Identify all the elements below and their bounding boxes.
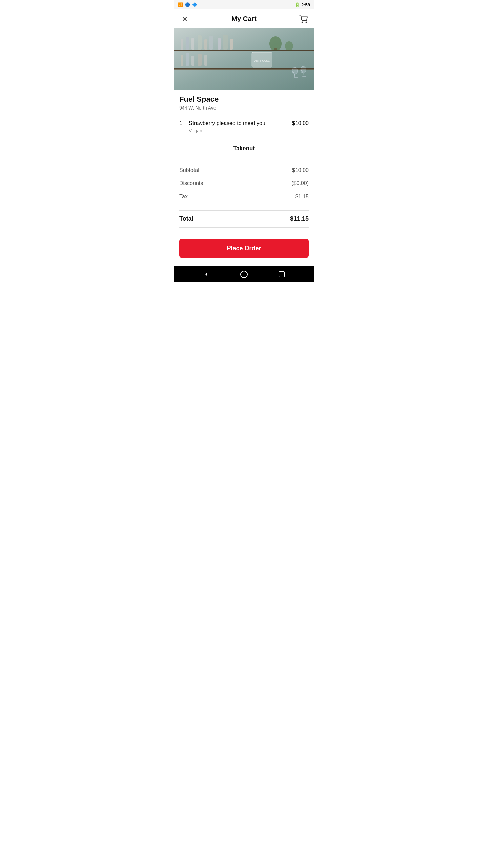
cart-item-details: 1 Strawberry pleased to meet you [179,120,292,126]
restaurant-card: Fuel Space 944 W. North Ave [174,90,314,115]
svg-rect-4 [174,28,314,90]
recents-button[interactable] [276,268,288,280]
close-icon [181,16,188,22]
svg-rect-22 [198,54,202,66]
discounts-value: ($0.00) [291,180,309,186]
status-bar: 📶 🔵 🔷 🔋 2:58 [174,0,314,9]
restaurant-image: ART HOUSE [174,28,314,90]
svg-rect-10 [198,35,202,50]
svg-point-29 [241,271,247,278]
tax-row: Tax $1.15 [179,190,309,203]
place-order-button[interactable]: Place Order [179,239,309,258]
time-display: 2:58 [301,2,310,7]
svg-rect-11 [204,39,207,50]
svg-rect-19 [181,55,183,66]
item-name: Strawberry pleased to meet you [189,120,292,126]
svg-rect-14 [223,35,228,50]
order-type-section: Takeout [174,139,314,158]
close-button[interactable] [179,14,190,24]
header-title: My Cart [190,15,298,23]
restaurant-address: 944 W. North Ave [179,105,309,111]
svg-rect-15 [230,39,233,50]
item-price: $10.00 [292,120,309,126]
cart-items-section: 1 Strawberry pleased to meet you $10.00 … [174,115,314,139]
bluetooth-icon: 🔷 [192,2,197,7]
totals-section: Subtotal $10.00 Discounts ($0.00) Tax $1… [174,158,314,233]
battery-icon: 🔋 [294,2,300,7]
svg-point-27 [301,66,306,73]
order-type-label: Takeout [233,145,255,152]
svg-rect-8 [186,37,189,50]
bottom-nav [174,266,314,282]
home-icon [240,270,248,278]
item-modifier: Vegan [189,128,309,133]
discounts-row: Discounts ($0.00) [179,177,309,190]
cart-icon [299,15,308,23]
signal-icon: 📶 [178,2,183,7]
restaurant-name: Fuel Space [179,95,309,104]
subtotal-row: Subtotal $10.00 [179,164,309,177]
svg-rect-7 [181,39,183,50]
svg-point-3 [306,22,307,22]
subtotal-value: $10.00 [292,167,309,173]
back-icon [202,270,210,278]
svg-rect-30 [279,272,284,277]
svg-rect-23 [204,55,207,66]
status-left-icons: 📶 🔵 🔷 [178,2,197,7]
svg-rect-21 [191,56,194,66]
header: My Cart [174,9,314,28]
total-value: $11.15 [290,215,309,222]
total-label: Total [179,215,194,222]
svg-rect-13 [218,38,221,50]
place-order-section: Place Order [174,233,314,266]
svg-marker-28 [205,272,207,276]
svg-rect-9 [191,38,194,50]
wifi-icon: 🔵 [185,2,190,7]
subtotal-label: Subtotal [179,167,199,173]
tax-label: Tax [179,194,188,200]
total-row: Total $11.15 [179,210,309,228]
svg-point-18 [285,41,293,51]
cart-button[interactable] [298,14,309,24]
back-button[interactable] [200,268,212,280]
svg-rect-20 [186,53,189,66]
recents-icon [278,270,286,278]
svg-point-2 [302,22,303,22]
status-right-icons: 🔋 2:58 [294,2,310,7]
svg-text:ART HOUSE: ART HOUSE [254,59,270,62]
home-button[interactable] [238,268,250,280]
tax-value: $1.15 [295,194,309,200]
cart-item: 1 Strawberry pleased to meet you $10.00 … [174,115,314,139]
discounts-label: Discounts [179,180,203,186]
svg-rect-12 [209,36,213,50]
item-quantity: 1 [179,120,186,126]
